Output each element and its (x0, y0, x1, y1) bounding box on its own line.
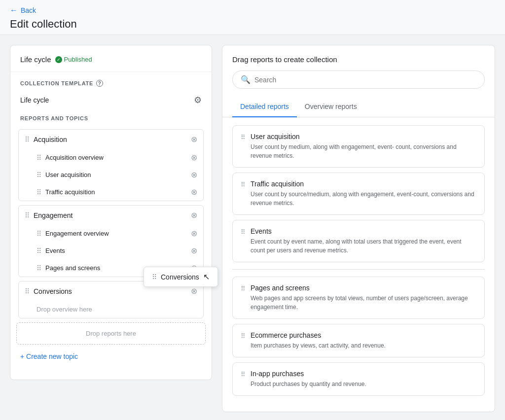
report-card-ecommerce[interactable]: ⠿ Ecommerce purchases Item purchases by … (232, 324, 485, 357)
drag-handle-icon: ⠿ (241, 181, 246, 188)
card-title: Traffic acquisition (251, 180, 476, 188)
card-content: Pages and screens Web pages and app scre… (251, 284, 476, 312)
card-desc: Event count by event name, along with to… (251, 237, 476, 255)
gear-icon[interactable]: ⚙ (194, 95, 202, 105)
drag-handle-icon[interactable]: ⠿ (36, 247, 41, 255)
drag-handle-icon[interactable]: ⠿ (36, 264, 41, 272)
tab-overview-reports[interactable]: Overview reports (297, 97, 365, 117)
search-box: 🔍 (232, 70, 485, 89)
topic-group-acquisition: ⠿ Acquisition ⊗ ⠿ Acquisition overview ⊗… (18, 129, 204, 201)
drop-reports-zone[interactable]: Drop reports here (16, 322, 206, 345)
topic-row-acquisition: ⠿ Acquisition ⊗ (19, 130, 203, 149)
remove-icon[interactable]: ⊗ (191, 229, 197, 238)
right-panel-title: Drag reports to create collection (232, 55, 485, 64)
help-icon: ? (96, 80, 103, 87)
remove-icon[interactable]: ⊗ (191, 170, 197, 179)
report-row: ⠿ Engagement overview ⊗ (19, 225, 203, 242)
drag-handle-icon[interactable]: ⠿ (25, 136, 30, 143)
left-panel: Life cycle ✓ Published COLLECTION TEMPLA… (10, 45, 212, 380)
report-label: User acquisition (45, 171, 187, 178)
card-title: Pages and screens (251, 284, 476, 292)
drag-tooltip-label: Conversions (161, 273, 199, 281)
remove-acquisition-icon[interactable]: ⊗ (191, 135, 197, 144)
report-label: Acquisition overview (45, 154, 187, 161)
back-arrow-icon: ← (10, 6, 18, 15)
card-desc: User count by source/medium, along with … (251, 190, 476, 208)
cursor-icon: ↖ (203, 272, 210, 281)
section-divider (232, 269, 485, 270)
report-card-traffic-acquisition[interactable]: ⠿ Traffic acquisition User count by sour… (232, 173, 485, 215)
card-content: Traffic acquisition User count by source… (251, 180, 476, 208)
tab-detailed-reports[interactable]: Detailed reports (232, 97, 297, 117)
search-input[interactable] (254, 76, 476, 84)
report-card-user-acquisition[interactable]: ⠿ User acquisition User count by medium,… (232, 125, 485, 168)
report-cards-list: ⠿ User acquisition User count by medium,… (222, 117, 495, 404)
remove-icon[interactable]: ⊗ (191, 246, 197, 255)
drag-tooltip: ⠿ Conversions ↖ (144, 267, 218, 287)
report-row: ⠿ Events ⊗ (19, 242, 203, 259)
report-card-events[interactable]: ⠿ Events Event count by event name, alon… (232, 220, 485, 262)
collection-header: Life cycle ✓ Published (10, 45, 212, 72)
drag-handle-icon[interactable]: ⠿ (36, 230, 41, 238)
drop-overview-zone[interactable]: Drop overview here (19, 301, 203, 318)
drag-handle-icon[interactable]: ⠿ (36, 171, 41, 179)
topic-label-conversions: Conversions (34, 287, 187, 295)
topic-label-engagement: Engagement (34, 211, 187, 219)
remove-icon[interactable]: ⊗ (191, 153, 197, 162)
report-card-inapp[interactable]: ⠿ In-app purchases Product purchases by … (232, 362, 485, 396)
drag-handle-icon: ⠿ (241, 371, 246, 378)
card-content: User acquisition User count by medium, a… (251, 133, 476, 160)
report-row: ⠿ User acquisition ⊗ (19, 166, 203, 183)
card-desc: Web pages and app screens by total views… (251, 294, 476, 312)
page-title: Edit collection (10, 18, 495, 31)
back-label: Back (21, 6, 36, 14)
drag-handle-icon[interactable]: ⠿ (25, 287, 30, 295)
report-label: Traffic acquisition (45, 188, 187, 196)
card-desc: Product purchases by quantity and revenu… (251, 380, 476, 388)
reports-topics-label: REPORTS AND TOPICS (10, 109, 212, 125)
template-name: Life cycle (20, 96, 49, 104)
right-header: Drag reports to create collection 🔍 (222, 45, 495, 97)
report-card-pages-screens[interactable]: ⠿ Pages and screens Web pages and app sc… (232, 277, 485, 319)
tabs-row: Detailed reports Overview reports (222, 97, 495, 117)
card-content: Events Event count by event name, along … (251, 227, 476, 255)
card-title: Ecommerce purchases (251, 331, 476, 339)
drag-handle-icon: ⠿ (241, 134, 246, 141)
card-content: Ecommerce purchases Item purchases by vi… (251, 331, 476, 350)
remove-icon[interactable]: ⊗ (191, 187, 197, 197)
card-content: In-app purchases Product purchases by qu… (251, 370, 476, 388)
card-desc: Item purchases by views, cart activity, … (251, 341, 476, 350)
published-badge: ✓ Published (55, 56, 92, 63)
remove-engagement-icon[interactable]: ⊗ (191, 210, 197, 220)
search-icon: 🔍 (241, 75, 251, 84)
report-row: ⠿ Acquisition overview ⊗ (19, 149, 203, 166)
card-title: Events (251, 227, 476, 235)
drag-handle-icon[interactable]: ⠿ (36, 188, 41, 196)
card-desc: User count by medium, along with engagem… (251, 142, 476, 160)
published-label: Published (64, 56, 92, 63)
create-topic-button[interactable]: + Create new topic (10, 347, 212, 366)
drag-handle-icon: ⠿ (241, 285, 246, 292)
collection-template-label: COLLECTION TEMPLATE ? (10, 72, 212, 91)
report-label: Engagement overview (45, 230, 187, 237)
right-panel: Drag reports to create collection 🔍 Deta… (222, 45, 495, 412)
topic-label-acquisition: Acquisition (34, 136, 187, 143)
drag-handle-icon: ⠿ (241, 332, 246, 340)
top-bar: ← Back Edit collection (0, 0, 505, 35)
collection-name: Life cycle (20, 55, 51, 64)
report-label: Events (45, 247, 187, 254)
back-link[interactable]: ← Back (10, 6, 495, 15)
drag-handle-icon[interactable]: ⠿ (36, 154, 41, 162)
card-title: In-app purchases (251, 370, 476, 378)
drag-handle-icon: ⠿ (241, 228, 246, 236)
main-content: Life cycle ✓ Published COLLECTION TEMPLA… (0, 35, 505, 420)
drag-handle-icon[interactable]: ⠿ (25, 211, 30, 219)
report-row: ⠿ Traffic acquisition ⊗ (19, 183, 203, 201)
drag-handle-tooltip-icon: ⠿ (152, 273, 157, 281)
card-title: User acquisition (251, 133, 476, 140)
remove-conversions-icon[interactable]: ⊗ (191, 286, 197, 296)
topic-row-engagement: ⠿ Engagement ⊗ (19, 206, 203, 225)
published-dot-icon: ✓ (55, 56, 62, 63)
template-row: Life cycle ⚙ (10, 91, 212, 109)
